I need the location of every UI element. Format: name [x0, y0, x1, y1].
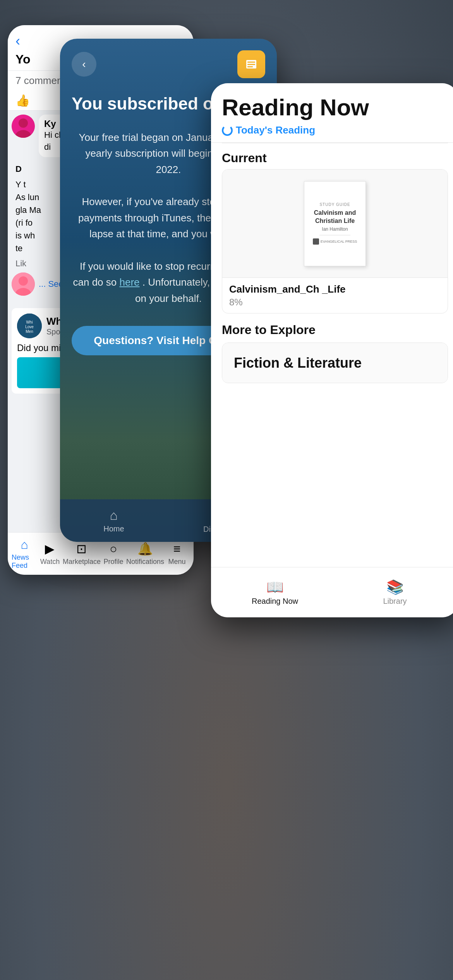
sub-back-button[interactable]: ‹ — [72, 52, 96, 77]
read-today-label: Today's Reading — [236, 124, 315, 136]
read-nav-reading-now[interactable]: 📖 Reading Now — [215, 579, 335, 606]
fb-like-icon[interactable]: 👍 — [15, 94, 30, 107]
reading-now-icon: 📖 — [266, 579, 284, 595]
svg-rect-12 — [247, 62, 255, 63]
publisher-logo-icon — [313, 238, 319, 245]
read-book-progress: 8% — [229, 297, 441, 308]
fb-nav-menu-label: Menu — [168, 558, 186, 566]
read-fiction-card[interactable]: Fiction & Literature — [222, 343, 448, 383]
home-icon: ⌂ — [110, 508, 118, 523]
svg-text:Love: Love — [25, 325, 34, 329]
sub-card-top: ‹ — [60, 39, 277, 86]
marketplace-icon: ⊡ — [76, 541, 87, 556]
read-book-cover: STUDY GUIDE Calvinism and Christian Life… — [222, 170, 448, 278]
read-title: Reading Now — [222, 95, 448, 120]
fb-nav-news-feed-label: News Feed — [12, 553, 37, 570]
fb-nav-menu[interactable]: ≡ Menu — [164, 542, 190, 566]
avatar — [12, 115, 35, 138]
reading-now-card: Reading Now Today's Reading Current STUD… — [211, 83, 453, 617]
read-more-section: More to Explore Fiction & Literature — [211, 323, 453, 383]
news-feed-icon: ⌂ — [21, 538, 28, 552]
read-nav-library-label: Library — [383, 597, 407, 606]
read-book-cover-inner: STUDY GUIDE Calvinism and Christian Life… — [304, 181, 366, 266]
avatar — [12, 272, 35, 296]
read-book-info: Calvinism_and_Ch _Life 8% — [222, 278, 448, 313]
fb-nav-profile-label: Profile — [103, 558, 123, 566]
read-nav-reading-now-label: Reading Now — [252, 597, 298, 606]
read-nav-library[interactable]: 📚 Library — [335, 579, 453, 606]
svg-rect-13 — [247, 64, 255, 65]
fb-nav-profile[interactable]: ○ Profile — [101, 542, 126, 566]
read-fiction-label: Fiction & Literature — [234, 355, 436, 371]
sub-nav-home-label: Home — [103, 524, 124, 533]
sub-nav-home[interactable]: ⌂ Home — [103, 508, 124, 533]
fb-nav-marketplace[interactable]: ⊡ Marketplace — [63, 541, 101, 566]
notifications-icon: 🔔 — [137, 541, 153, 556]
sub-here-link[interactable]: here — [119, 276, 139, 288]
library-icon: 📚 — [386, 579, 404, 595]
read-book-cover-author: Ian Hamilton — [322, 226, 348, 232]
study-guide-tag: STUDY GUIDE — [319, 202, 350, 207]
chevron-left-icon: ‹ — [82, 58, 86, 70]
read-today-badge: Today's Reading — [222, 124, 448, 136]
svg-text:Men: Men — [26, 329, 33, 334]
fb-nav-notifications[interactable]: 🔔 Notifications — [126, 541, 164, 566]
fb-nav-watch[interactable]: ▶ Watch — [37, 541, 63, 566]
fb-nav-marketplace-label: Marketplace — [63, 558, 101, 566]
menu-icon: ≡ — [173, 542, 181, 556]
watch-icon: ▶ — [45, 541, 55, 556]
profile-icon: ○ — [110, 542, 117, 556]
read-more-label: More to Explore — [211, 323, 453, 343]
read-current-book[interactable]: STUDY GUIDE Calvinism and Christian Life… — [222, 169, 448, 314]
fb-nav-watch-label: Watch — [40, 558, 60, 566]
svg-point-4 — [19, 276, 28, 286]
svg-text:Whi: Whi — [26, 320, 33, 324]
publisher-text: EVANGELICAL PRESS — [321, 240, 357, 243]
read-current-section-label: Current — [211, 143, 453, 169]
read-header: Reading Now Today's Reading — [211, 83, 453, 143]
read-book-cover-title: Calvinism and Christian Life — [308, 209, 362, 225]
loading-spinner-icon — [222, 125, 233, 136]
fb-nav-news-feed[interactable]: ⌂ News Feed — [12, 538, 37, 570]
sponsored-avatar: Whi Love Men — [17, 314, 42, 338]
read-bottom-nav: 📖 Reading Now 📚 Library — [211, 567, 453, 617]
read-fiction-inner: Fiction & Literature — [222, 343, 448, 383]
svg-point-1 — [19, 118, 28, 128]
fb-nav-notifications-label: Notifications — [126, 558, 164, 566]
svg-rect-14 — [247, 66, 253, 67]
read-book-name: Calvinism_and_Ch _Life — [229, 283, 441, 295]
sub-app-icon — [237, 50, 265, 78]
